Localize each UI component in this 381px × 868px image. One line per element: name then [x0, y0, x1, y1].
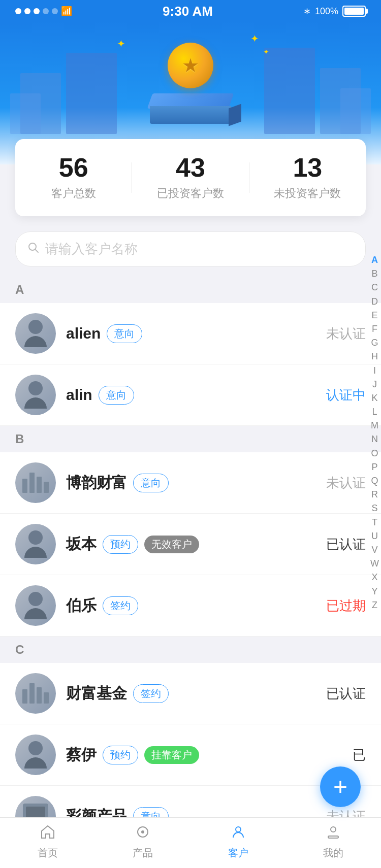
avatar-person: [24, 592, 47, 619]
alpha-letter-J[interactable]: J: [372, 378, 377, 391]
list-item[interactable]: 伯乐签约已过期: [0, 575, 381, 637]
tab-home-icon: [37, 821, 59, 843]
item-status: 未认证: [326, 474, 366, 492]
alpha-letter-D[interactable]: D: [371, 295, 378, 308]
item-info: 博韵财富意向: [66, 473, 326, 493]
building-right-2: [264, 48, 315, 134]
item-name: 蔡伊: [66, 745, 97, 765]
platform-side: [229, 104, 241, 126]
item-info: 伯乐签约: [66, 595, 326, 616]
avatar-person: [24, 741, 47, 769]
stats-card: 56 客户总数 43 已投资客户数 13 未投资客户数: [15, 139, 366, 216]
avatar: [15, 375, 56, 415]
svg-point-4: [236, 827, 241, 832]
alpha-letter-M[interactable]: M: [371, 419, 378, 432]
tab-customer[interactable]: 客户: [227, 821, 249, 860]
alpha-letter-S[interactable]: S: [371, 502, 377, 515]
avatar: [15, 313, 56, 354]
avatar-person: [24, 381, 47, 409]
stat-uninvested: 13 未投资客户数: [249, 154, 366, 201]
alpha-letter-Y[interactable]: Y: [371, 585, 377, 598]
alpha-letter-I[interactable]: I: [373, 364, 376, 377]
tab-customer-icon: [227, 821, 249, 843]
tag-预约: 预约: [103, 535, 138, 554]
search-placeholder[interactable]: 请输入客户名称: [45, 240, 138, 258]
tab-product[interactable]: 产品: [132, 821, 154, 860]
item-status: 已过期: [326, 597, 366, 615]
item-status: 已认证: [326, 685, 366, 703]
alpha-letter-B[interactable]: B: [371, 268, 377, 280]
tag-签约: 签约: [103, 596, 138, 615]
alpha-letter-X[interactable]: X: [371, 571, 377, 584]
tag-意向: 意向: [99, 386, 134, 405]
status-bar: 📶 9:30 AM ∗ 100%: [0, 0, 381, 22]
alpha-letter-L[interactable]: L: [372, 406, 377, 418]
tab-home[interactable]: 首页: [37, 821, 59, 860]
avatar: [15, 462, 56, 503]
stat-invested-label: 已投资客户数: [132, 186, 248, 201]
alpha-letter-T[interactable]: T: [372, 516, 377, 529]
alpha-letter-A[interactable]: A: [371, 254, 378, 266]
item-info: alin意向: [66, 386, 326, 405]
stat-invested: 43 已投资客户数: [132, 154, 248, 201]
wifi-icon: 📶: [61, 6, 72, 17]
building-left-3: [66, 53, 117, 134]
platform-front: [150, 106, 231, 124]
status-signal: 📶: [15, 6, 72, 17]
item-name: 坂本: [66, 534, 97, 555]
alpha-letter-G[interactable]: G: [371, 337, 378, 349]
tag-挂靠客户: 挂靠客户: [144, 746, 199, 764]
alpha-letter-O[interactable]: O: [371, 447, 378, 460]
search-bar[interactable]: 请输入客户名称: [15, 231, 366, 266]
sparkle-1: ✦: [117, 38, 125, 50]
alpha-letter-Z[interactable]: Z: [372, 599, 377, 612]
list-item[interactable]: alin意向认证中: [0, 364, 381, 426]
item-name: 博韵财富: [66, 473, 127, 493]
list-item[interactable]: 博韵财富意向未认证: [0, 452, 381, 514]
fab-add-button[interactable]: +: [320, 766, 361, 807]
fab-plus-icon: +: [333, 775, 347, 799]
alpha-letter-K[interactable]: K: [371, 392, 377, 405]
item-status: 已认证: [326, 536, 366, 553]
stat-uninvested-label: 未投资客户数: [249, 186, 366, 201]
signal-dot-2: [24, 8, 30, 14]
tag-签约: 签约: [133, 684, 169, 703]
stat-invested-number: 43: [132, 154, 248, 181]
tag-预约: 预约: [103, 746, 138, 764]
svg-point-3: [141, 830, 144, 833]
list-item[interactable]: 坂本预约无效客户已认证: [0, 514, 381, 575]
alpha-letter-R[interactable]: R: [371, 488, 378, 501]
svg-rect-6: [328, 836, 338, 838]
section-header-C: C: [0, 637, 381, 663]
sparkle-2: ✦: [250, 32, 259, 45]
signal-dot-4: [43, 8, 49, 14]
alpha-letter-P[interactable]: P: [371, 461, 377, 474]
signal-dot-1: [15, 8, 21, 14]
alpha-letter-W[interactable]: W: [370, 557, 379, 570]
alpha-letter-Q[interactable]: Q: [371, 475, 378, 487]
alpha-letter-F[interactable]: F: [372, 323, 377, 336]
sparkle-3: ✦: [263, 48, 269, 56]
tab-mine[interactable]: 我的: [322, 821, 344, 860]
battery-fill: [344, 8, 364, 15]
alpha-letter-C[interactable]: C: [371, 281, 378, 294]
alpha-letter-N[interactable]: N: [371, 433, 378, 446]
content-area: 56 客户总数 43 已投资客户数 13 未投资客户数 请输入客户名称 Aali…: [0, 164, 381, 868]
tab-mine-label: 我的: [323, 846, 343, 860]
tag-意向: 意向: [133, 474, 169, 492]
list-item[interactable]: 财富基金签约已认证: [0, 663, 381, 724]
bluetooth-icon: ∗: [303, 6, 311, 17]
list-item[interactable]: alien意向未认证: [0, 303, 381, 364]
status-battery: ∗ 100%: [303, 6, 366, 17]
search-icon: [28, 242, 39, 256]
item-info: 蔡伊预约挂靠客户: [66, 745, 353, 765]
alpha-letter-H[interactable]: H: [371, 350, 378, 363]
alpha-letter-E[interactable]: E: [371, 309, 377, 322]
avatar-building: [18, 679, 53, 708]
building-right-3: [340, 88, 371, 134]
avatar-building: [18, 469, 53, 497]
alpha-letter-V[interactable]: V: [371, 544, 377, 556]
tag-意向: 意向: [107, 324, 142, 343]
platform: [150, 93, 231, 124]
alpha-letter-U[interactable]: U: [371, 530, 378, 543]
